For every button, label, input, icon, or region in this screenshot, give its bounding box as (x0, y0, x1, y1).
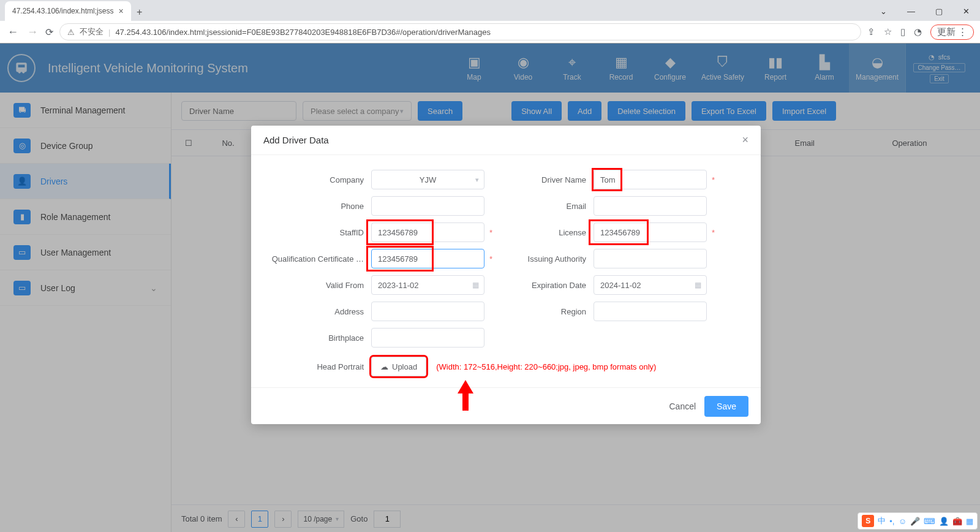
chevron-down-icon[interactable]: ⌄ (870, 1, 897, 21)
insecure-warning-icon: ⚠ (67, 28, 75, 37)
save-button[interactable]: Save (704, 396, 748, 417)
email-input[interactable] (594, 196, 707, 216)
modal-header: Add Driver Data × (251, 126, 761, 155)
ime-keyboard-icon[interactable]: ⌨ (924, 517, 935, 526)
ime-emoji-icon[interactable]: ☺ (899, 517, 907, 526)
ime-voice-icon[interactable]: 🎤 (910, 517, 920, 526)
browser-update-button[interactable]: 更新 ⋮ (930, 25, 974, 40)
ime-grid-icon[interactable]: ▦ (966, 517, 973, 526)
window-controls: ⌄ — ▢ ✕ (870, 1, 980, 21)
back-button[interactable]: ← (6, 26, 20, 39)
address-input[interactable] (371, 302, 484, 321)
required-marker: * (489, 228, 496, 237)
label-driver-name: Driver Name (509, 175, 589, 184)
forward-button[interactable]: → (26, 26, 39, 39)
label-head-portrait: Head Portrait (267, 362, 366, 371)
label-address: Address (267, 307, 366, 316)
panel-icon[interactable]: ▯ (900, 26, 905, 37)
reload-button[interactable]: ⟳ (45, 26, 53, 38)
tab-bar: 47.254.43.106/index.html;jsess × + ⌄ — ▢… (0, 0, 980, 21)
company-select[interactable]: YJW▾ (371, 170, 484, 189)
ime-person-icon[interactable]: 👤 (939, 517, 949, 526)
label-email: Email (509, 202, 589, 211)
label-phone: Phone (267, 202, 366, 211)
tab-close-icon[interactable]: × (118, 6, 123, 16)
label-license: License (509, 228, 589, 237)
minimize-button[interactable]: — (897, 1, 925, 21)
ime-toolbox-icon[interactable]: 🧰 (952, 517, 962, 526)
label-company: Company (267, 175, 366, 184)
upload-note: (Width: 172~516,Height: 220~660;jpg, jpe… (436, 362, 656, 371)
url-field[interactable]: ⚠ 不安全 | 47.254.43.106/index.html;jsessio… (59, 23, 861, 40)
address-bar: ← → ⟳ ⚠ 不安全 | 47.254.43.106/index.html;j… (0, 21, 980, 43)
add-driver-modal: Add Driver Data × Company YJW▾ Driver Na… (251, 126, 761, 424)
required-marker: * (712, 175, 718, 184)
required-marker: * (712, 228, 718, 237)
label-staff-id: StaffID (267, 228, 366, 237)
valid-from-date-input[interactable]: 2023-11-02▦ (371, 275, 484, 295)
expiration-date-input[interactable]: 2024-11-02▦ (594, 275, 707, 295)
upload-button[interactable]: ☁ Upload (371, 357, 426, 376)
birthplace-input[interactable] (371, 328, 484, 348)
profile-icon[interactable]: ◔ (914, 26, 922, 37)
required-marker: * (489, 254, 496, 264)
label-birthplace: Birthplace (267, 333, 366, 343)
maximize-button[interactable]: ▢ (925, 1, 952, 21)
insecure-label: 不安全 (80, 26, 104, 37)
license-input[interactable] (594, 222, 707, 242)
browser-tab[interactable]: 47.254.43.106/index.html;jsess × (5, 1, 131, 21)
modal-footer: Cancel Save (251, 387, 761, 424)
modal-close-button[interactable]: × (742, 134, 748, 146)
chevron-down-icon: ▾ (475, 176, 479, 184)
driver-name-input[interactable] (594, 170, 707, 189)
staff-id-input[interactable] (371, 222, 484, 242)
browser-chrome: 47.254.43.106/index.html;jsess × + ⌄ — ▢… (0, 0, 980, 44)
label-region: Region (509, 307, 589, 316)
tab-title: 47.254.43.106/index.html;jsess (12, 7, 113, 15)
cloud-upload-icon: ☁ (380, 362, 388, 371)
label-issuing-authority: Issuing Authority (509, 254, 589, 264)
share-icon[interactable]: ⇪ (867, 26, 875, 37)
ime-toolbar[interactable]: S 中 •ˌ ☺ 🎤 ⌨ 👤 🧰 ▦ (858, 512, 978, 530)
annotation-arrow-icon (456, 380, 475, 413)
sogou-logo-icon: S (862, 515, 874, 527)
modal-title: Add Driver Data (263, 135, 329, 145)
label-expiration-date: Expiration Date (509, 281, 589, 290)
address-bar-icons: ⇪ ☆ ▯ ◔ 更新 ⋮ (867, 25, 974, 40)
close-window-button[interactable]: ✕ (952, 1, 980, 21)
region-input[interactable] (594, 302, 707, 321)
ime-punct-icon[interactable]: •ˌ (889, 517, 895, 526)
phone-input[interactable] (371, 196, 484, 216)
cancel-button[interactable]: Cancel (669, 401, 696, 411)
label-valid-from: Valid From (267, 281, 366, 290)
modal-body: Company YJW▾ Driver Name * Phone Email (251, 155, 761, 387)
url-text: 47.254.43.106/index.html;jsessionid=F0E8… (115, 28, 491, 37)
issuing-authority-input[interactable] (594, 249, 707, 268)
calendar-icon: ▦ (472, 281, 479, 289)
calendar-icon: ▦ (695, 281, 701, 289)
label-qualification: Qualification Certificate … (267, 254, 366, 264)
kebab-icon: ⋮ (958, 26, 967, 37)
qualification-input[interactable] (371, 249, 484, 268)
bookmark-icon[interactable]: ☆ (884, 26, 892, 37)
ime-lang[interactable]: 中 (878, 515, 886, 526)
new-tab-button[interactable]: + (131, 4, 148, 21)
